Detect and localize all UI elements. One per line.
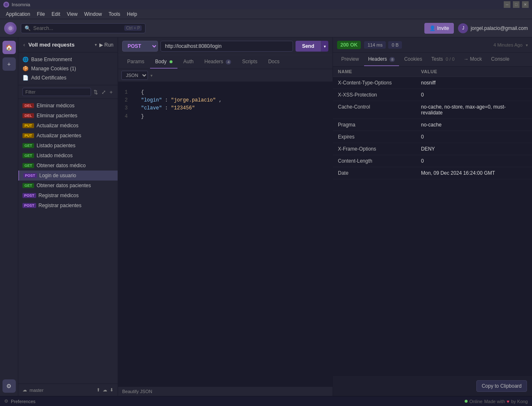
col-name-label: NAME (338, 69, 421, 74)
request-label: Listado médicos (37, 153, 73, 158)
run-button[interactable]: ▶ Run (99, 42, 113, 48)
method-badge: DEL (22, 103, 34, 108)
list-item[interactable]: PUT Actualizar pacientes (18, 131, 118, 141)
play-icon: ▶ (99, 42, 103, 48)
filter-add-button[interactable]: + (108, 88, 113, 96)
send-button[interactable]: Send (296, 41, 321, 52)
chevron-down-icon: ▾ (526, 43, 528, 47)
menu-application[interactable]: Application (2, 10, 34, 18)
search-shortcut: Ctrl + P (124, 25, 142, 31)
request-label: Eliminar médicos (37, 103, 74, 109)
method-badge: POST (22, 203, 36, 208)
menu-edit[interactable]: Edit (48, 10, 64, 18)
online-status: Online (465, 399, 483, 404)
list-item[interactable]: GET Listado médicos (18, 151, 118, 161)
close-button[interactable]: ✕ (522, 1, 529, 8)
invite-label: Invite (437, 25, 449, 31)
tab-preview[interactable]: Preview (337, 53, 363, 66)
method-badge: PUT (22, 133, 34, 138)
filter-input[interactable] (22, 88, 91, 96)
method-badge: POST (22, 193, 36, 198)
base-environment-label: Base Environment (31, 57, 72, 62)
request-url-bar: POST GET PUT DELETE Send ▾ (118, 37, 332, 55)
minimize-button[interactable]: ─ (504, 1, 510, 8)
request-label: Eliminar pacientes (37, 113, 77, 119)
add-certificates-label: Add Certificates (31, 75, 66, 81)
tab-cookies[interactable]: Cookies (400, 53, 426, 66)
header-value: no-cache (421, 122, 527, 128)
tab-params[interactable]: Params (122, 55, 149, 69)
title-bar-controls: ─ □ ✕ (504, 1, 529, 8)
manage-cookies-label: Manage Cookies (1) (31, 66, 76, 72)
list-item[interactable]: DEL Eliminar médicos (18, 101, 118, 111)
user-info: J jorgel.palacio@gmail.com (458, 23, 528, 33)
sidebar-collapse-button[interactable]: ‹ (22, 41, 26, 49)
tab-auth[interactable]: Auth (178, 55, 199, 69)
insomnia-logo-icon (3, 2, 9, 7)
list-item[interactable]: PUT Actualizar médicos (18, 121, 118, 131)
top-toolbar: 🔍 Ctrl + P 👤 Invite J jorgel.palacio@gma… (0, 19, 532, 37)
header-row: Expires 0 (333, 131, 532, 143)
add-certificates-item[interactable]: 📄 Add Certificates (22, 73, 113, 82)
preferences-text: Preferences (11, 399, 35, 404)
tab-headers[interactable]: Headers 4 (200, 55, 236, 69)
header-name: Cache-Control (338, 104, 421, 110)
request-label: Actualizar pacientes (37, 133, 81, 139)
tab-resp-headers[interactable]: Headers 8 (364, 53, 399, 66)
chevron-down-icon: ▾ (95, 42, 97, 47)
manage-cookies-item[interactable]: 🍪 Manage Cookies (1) (22, 64, 113, 73)
menu-tools[interactable]: Tools (105, 10, 123, 18)
add-icon-btn[interactable]: + (2, 57, 16, 71)
invite-button[interactable]: 👤 Invite (424, 23, 454, 34)
header-name: Content-Length (338, 158, 421, 164)
heart-icon: ♥ (507, 399, 510, 404)
filter-expand-button[interactable]: ⤢ (101, 88, 107, 96)
list-item[interactable]: GET Listado pacientes (18, 141, 118, 151)
maximize-button[interactable]: □ (513, 1, 520, 8)
json-format-select[interactable]: JSON (121, 71, 148, 80)
response-status-bar: 200 OK 114 ms 0 B 4 Minutes Ago ▾ (333, 37, 532, 53)
preferences-icon-btn[interactable]: ⚙ (2, 379, 16, 393)
body-dot-indicator (170, 60, 172, 63)
branch-name: master (30, 388, 44, 393)
filter-sort-button[interactable]: ⇅ (93, 88, 99, 96)
menu-file[interactable]: File (34, 10, 48, 18)
method-badge: POST (23, 173, 37, 178)
tab-body[interactable]: Body (150, 55, 177, 69)
response-tabs: Preview Headers 8 Cookies Tests 0 / 0 → … (333, 53, 532, 67)
header-name: Pragma (338, 122, 421, 128)
tab-scripts[interactable]: Scripts (237, 55, 262, 69)
list-item[interactable]: GET Obtener datos pacientes (18, 181, 118, 191)
list-item[interactable]: POST Login de usuario (18, 171, 118, 181)
home-icon-btn[interactable]: 🏠 (2, 41, 16, 54)
request-label: Login de usuario (39, 173, 76, 178)
tab-tests[interactable]: Tests 0 / 0 (427, 53, 459, 66)
headers-table: NAME VALUE X-Content-Type-Options nosnif… (333, 67, 532, 376)
search-input[interactable] (33, 25, 122, 31)
menu-help[interactable]: Help (123, 10, 140, 18)
body-editor[interactable]: 1 { 2 "login" : "jorge.palacio" , 3 "cla… (118, 82, 332, 386)
search-box[interactable]: 🔍 Ctrl + P (21, 23, 145, 33)
list-item[interactable]: POST Registrar médicos (18, 191, 118, 201)
method-badge: PUT (22, 123, 34, 128)
method-select[interactable]: POST GET PUT DELETE (122, 41, 158, 52)
header-value: 0 (421, 134, 527, 140)
menu-window[interactable]: Window (81, 10, 106, 18)
send-dropdown-button[interactable]: ▾ (321, 41, 328, 52)
request-panel: POST GET PUT DELETE Send ▾ Params Body A… (118, 37, 332, 396)
url-input[interactable] (160, 41, 293, 52)
menu-view[interactable]: View (64, 10, 81, 18)
git-icon-3: ⬇ (110, 387, 113, 393)
method-badge: GET (22, 163, 34, 168)
base-environment-item[interactable]: 🌐 Base Environment (22, 55, 113, 64)
tab-console[interactable]: Console (487, 53, 514, 66)
search-icon: 🔍 (25, 25, 31, 31)
header-value: DENY (421, 146, 527, 152)
tab-docs[interactable]: Docs (263, 55, 284, 69)
list-item[interactable]: DEL Eliminar pacientes (18, 111, 118, 121)
copy-to-clipboard-button[interactable]: Copy to Clipboard (476, 380, 527, 392)
list-item[interactable]: POST Registrar pacientes (18, 201, 118, 210)
app-title: Insomnia (12, 2, 30, 7)
tab-mock[interactable]: → Mock (460, 53, 486, 66)
list-item[interactable]: GET Obtener datos médico (18, 161, 118, 171)
